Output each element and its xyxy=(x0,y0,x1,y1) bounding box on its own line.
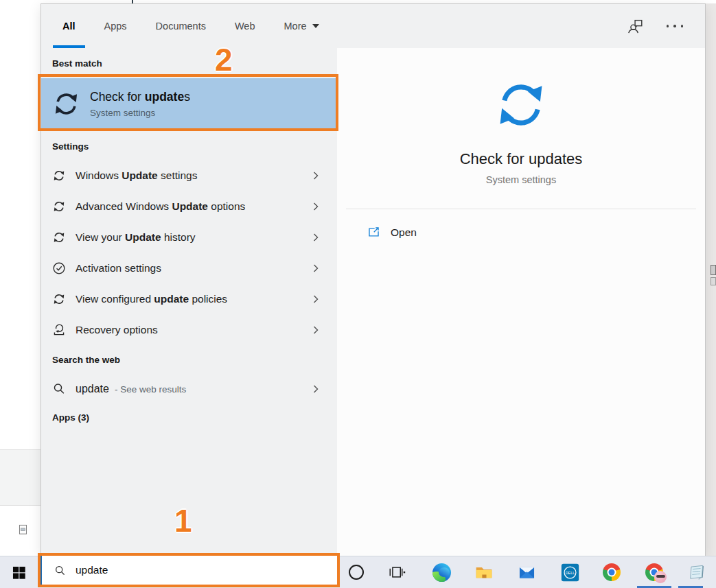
section-header-settings: Settings xyxy=(52,141,89,152)
checkmark-circle-icon xyxy=(52,261,66,275)
sync-icon xyxy=(52,292,66,306)
chevron-right-icon xyxy=(312,325,319,336)
chevron-right-icon xyxy=(312,170,319,181)
header-actions xyxy=(626,17,706,36)
tab-apps[interactable]: Apps xyxy=(95,4,137,48)
result-web-search-update[interactable]: update- See web results xyxy=(41,373,337,404)
more-options-icon[interactable] xyxy=(667,25,684,27)
svg-text:DELL: DELL xyxy=(565,570,575,574)
cortana-button[interactable] xyxy=(337,556,376,588)
tab-apps-label: Apps xyxy=(104,21,127,32)
recovery-icon xyxy=(52,323,66,337)
open-button[interactable]: Open xyxy=(367,226,417,239)
chevron-right-icon xyxy=(312,384,319,395)
background-window-fragment xyxy=(711,277,716,285)
background-window-fragment xyxy=(711,265,716,275)
result-advanced-windows-update-options[interactable]: Advanced Windows Update options xyxy=(41,191,337,222)
tab-more[interactable]: More xyxy=(275,4,329,48)
chrome-icon xyxy=(603,563,621,581)
sync-icon xyxy=(492,76,550,134)
profile-avatar xyxy=(654,571,667,583)
background-window-band xyxy=(0,449,41,506)
search-filter-tabs: All Apps Documents Web More xyxy=(41,4,705,48)
result-windows-update-settings[interactable]: Windows Update settings xyxy=(41,160,337,191)
tab-documents-label: Documents xyxy=(156,21,206,32)
chevron-right-icon xyxy=(312,232,319,243)
settings-results-list: Windows Update settings Advanced Windows… xyxy=(41,160,337,345)
result-view-configured-update-policies[interactable]: View configured update policies xyxy=(41,283,337,314)
divider xyxy=(346,209,696,209)
tab-web-label: Web xyxy=(235,21,255,32)
tab-documents[interactable]: Documents xyxy=(146,4,216,48)
cortana-icon xyxy=(349,565,364,580)
result-subtitle: System settings xyxy=(90,108,190,118)
start-button[interactable] xyxy=(0,556,38,588)
task-view-button[interactable] xyxy=(378,556,416,588)
taskbar-search-input[interactable]: update xyxy=(41,556,337,585)
section-header-apps: Apps (3) xyxy=(52,412,89,423)
tab-all[interactable]: All xyxy=(53,4,85,48)
sync-icon xyxy=(52,231,66,244)
feedback-icon[interactable] xyxy=(626,17,645,36)
tab-more-label: More xyxy=(284,21,307,32)
start-icon xyxy=(12,565,26,580)
result-view-your-update-history[interactable]: View your Update history xyxy=(41,222,337,252)
file-explorer-icon xyxy=(474,563,494,582)
annotation-step-2: 2 xyxy=(215,44,233,75)
chevron-right-icon xyxy=(312,201,319,212)
notepad-button[interactable] xyxy=(677,556,715,588)
edge-button[interactable] xyxy=(422,556,461,588)
tab-all-label: All xyxy=(62,21,76,32)
annotation-step-1: 1 xyxy=(174,505,192,537)
document-icon xyxy=(17,523,29,536)
preview-title: Check for updates xyxy=(460,150,583,168)
task-view-icon xyxy=(388,563,406,581)
mail-button[interactable] xyxy=(507,556,546,588)
search-input-value: update xyxy=(76,564,108,576)
sync-icon xyxy=(52,169,66,183)
annotation-box-1: update xyxy=(38,553,340,587)
preview-subtitle: System settings xyxy=(486,174,556,185)
section-header-search-the-web: Search the web xyxy=(52,355,120,365)
file-explorer-button[interactable] xyxy=(465,556,503,588)
sync-icon xyxy=(52,200,66,213)
search-flyout: All Apps Documents Web More Best match C… xyxy=(41,3,706,556)
search-icon xyxy=(54,565,66,576)
chevron-right-icon xyxy=(312,263,319,274)
chrome-profile-icon xyxy=(645,563,663,581)
results-column: Best match Check for updates System sett… xyxy=(41,48,337,556)
sync-icon xyxy=(51,89,81,119)
preview-pane: Check for updates System settings Open xyxy=(337,48,705,556)
notepad-icon xyxy=(686,563,706,582)
dell-button[interactable]: DELL xyxy=(551,556,589,588)
open-button-label: Open xyxy=(391,226,417,239)
chrome-button[interactable] xyxy=(592,556,631,588)
chrome-profile-button[interactable] xyxy=(635,556,673,588)
result-check-for-updates[interactable]: Check for updates System settings xyxy=(41,78,337,129)
dell-icon: DELL xyxy=(561,563,579,582)
chevron-down-icon xyxy=(312,24,319,28)
mail-icon xyxy=(518,563,536,582)
edge-icon xyxy=(432,563,451,582)
open-external-icon xyxy=(367,226,380,239)
search-icon xyxy=(52,382,66,395)
section-header-best-match: Best match xyxy=(52,58,102,69)
result-activation-settings[interactable]: Activation settings xyxy=(41,252,337,283)
chevron-right-icon xyxy=(312,294,319,305)
result-title: Check for updates xyxy=(90,90,190,104)
result-recovery-options[interactable]: Recovery options xyxy=(41,314,337,345)
